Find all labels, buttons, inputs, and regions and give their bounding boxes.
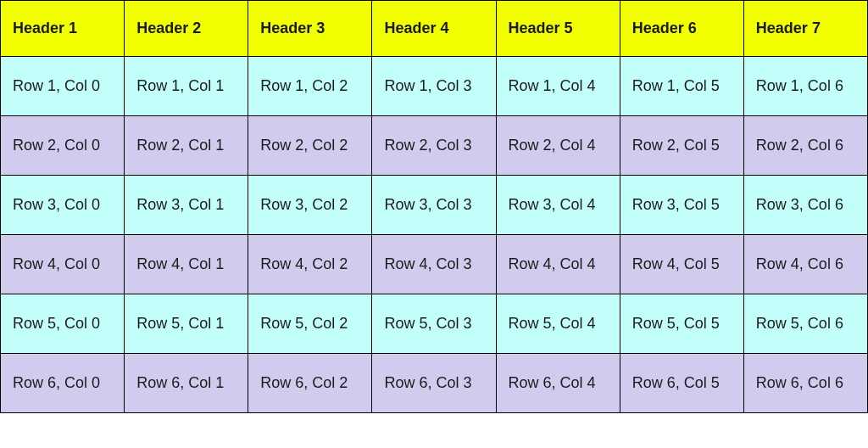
table-cell: Row 3, Col 1 <box>125 176 248 235</box>
table-cell: Row 5, Col 6 <box>743 294 867 354</box>
table-header: Header 1 Header 2 Header 3 Header 4 Head… <box>1 1 868 57</box>
table-row: Row 5, Col 0 Row 5, Col 1 Row 5, Col 2 R… <box>1 294 868 354</box>
table-cell: Row 1, Col 0 <box>1 57 125 116</box>
table-cell: Row 1, Col 6 <box>743 57 867 116</box>
table-cell: Row 1, Col 3 <box>372 57 496 116</box>
table-cell: Row 1, Col 2 <box>248 57 372 116</box>
table-cell: Row 5, Col 5 <box>620 294 743 354</box>
table-cell: Row 4, Col 6 <box>743 235 867 294</box>
table-cell: Row 1, Col 4 <box>496 57 620 116</box>
table-cell: Row 2, Col 1 <box>125 116 248 176</box>
table-cell: Row 6, Col 1 <box>125 354 248 413</box>
table-cell: Row 4, Col 5 <box>620 235 743 294</box>
table-row: Row 3, Col 0 Row 3, Col 1 Row 3, Col 2 R… <box>1 176 868 235</box>
table-cell: Row 6, Col 0 <box>1 354 125 413</box>
header-cell: Header 5 <box>496 1 620 57</box>
table-cell: Row 2, Col 6 <box>743 116 867 176</box>
table-cell: Row 1, Col 1 <box>125 57 248 116</box>
table-cell: Row 2, Col 0 <box>1 116 125 176</box>
table-cell: Row 3, Col 6 <box>743 176 867 235</box>
table-cell: Row 6, Col 4 <box>496 354 620 413</box>
table-cell: Row 6, Col 2 <box>248 354 372 413</box>
data-table: Header 1 Header 2 Header 3 Header 4 Head… <box>0 0 868 413</box>
table-cell: Row 1, Col 5 <box>620 57 743 116</box>
table-cell: Row 2, Col 3 <box>372 116 496 176</box>
table-cell: Row 3, Col 4 <box>496 176 620 235</box>
table-cell: Row 5, Col 3 <box>372 294 496 354</box>
table-cell: Row 4, Col 4 <box>496 235 620 294</box>
table-row: Row 4, Col 0 Row 4, Col 1 Row 4, Col 2 R… <box>1 235 868 294</box>
table-cell: Row 5, Col 0 <box>1 294 125 354</box>
table-cell: Row 2, Col 4 <box>496 116 620 176</box>
table-cell: Row 2, Col 5 <box>620 116 743 176</box>
table-cell: Row 6, Col 3 <box>372 354 496 413</box>
table-cell: Row 5, Col 2 <box>248 294 372 354</box>
table-cell: Row 3, Col 3 <box>372 176 496 235</box>
header-cell: Header 1 <box>1 1 125 57</box>
table-cell: Row 5, Col 4 <box>496 294 620 354</box>
table-cell: Row 4, Col 2 <box>248 235 372 294</box>
table-cell: Row 3, Col 0 <box>1 176 125 235</box>
table-cell: Row 2, Col 2 <box>248 116 372 176</box>
table-body: Row 1, Col 0 Row 1, Col 1 Row 1, Col 2 R… <box>1 57 868 413</box>
table-cell: Row 4, Col 3 <box>372 235 496 294</box>
table-cell: Row 5, Col 1 <box>125 294 248 354</box>
table-cell: Row 3, Col 5 <box>620 176 743 235</box>
header-row: Header 1 Header 2 Header 3 Header 4 Head… <box>1 1 868 57</box>
header-cell: Header 7 <box>743 1 867 57</box>
table-row: Row 6, Col 0 Row 6, Col 1 Row 6, Col 2 R… <box>1 354 868 413</box>
table-row: Row 1, Col 0 Row 1, Col 1 Row 1, Col 2 R… <box>1 57 868 116</box>
table-cell: Row 3, Col 2 <box>248 176 372 235</box>
header-cell: Header 2 <box>125 1 248 57</box>
table-row: Row 2, Col 0 Row 2, Col 1 Row 2, Col 2 R… <box>1 116 868 176</box>
header-cell: Header 4 <box>372 1 496 57</box>
table-cell: Row 4, Col 1 <box>125 235 248 294</box>
header-cell: Header 3 <box>248 1 372 57</box>
header-cell: Header 6 <box>620 1 743 57</box>
table-cell: Row 6, Col 6 <box>743 354 867 413</box>
table-cell: Row 4, Col 0 <box>1 235 125 294</box>
table-cell: Row 6, Col 5 <box>620 354 743 413</box>
